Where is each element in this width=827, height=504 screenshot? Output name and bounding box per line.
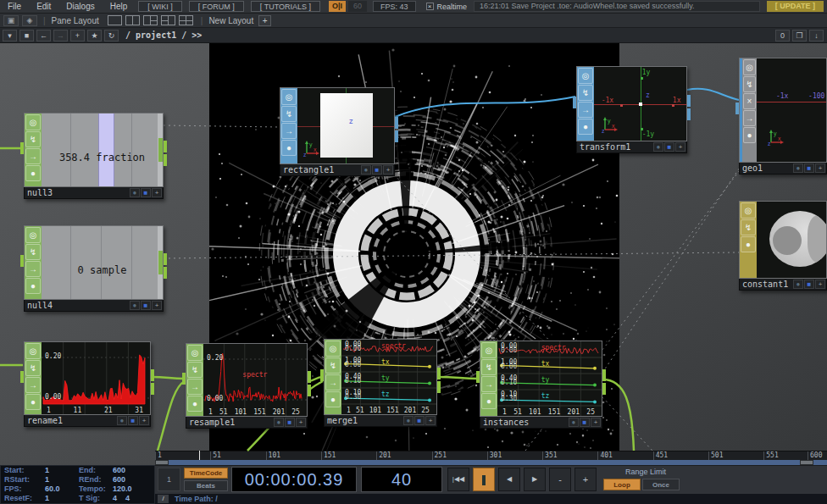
setting-value[interactable]: 1 [45,475,49,484]
display-square-icon[interactable]: ■ [372,165,382,174]
lock-flag-icon[interactable]: → [187,379,203,395]
setting-value[interactable]: 1 [45,466,49,474]
pane-maximize-icon[interactable]: ▣ [3,15,19,26]
time-path-slash-button[interactable]: / [158,495,169,503]
node-name[interactable]: geo1 [740,163,793,173]
frame-unit-box[interactable]: 1 [158,468,180,491]
node-instances[interactable]: ◎↯→●spectr0.000.00tx1.000.00ty0.400.10tz… [480,341,602,429]
render-flag-icon[interactable]: ● [578,119,593,135]
display-square-icon[interactable]: ■ [804,163,814,173]
expand-plus-icon[interactable]: + [425,416,436,425]
display-square-icon[interactable]: ■ [804,280,814,289]
back-icon[interactable]: ← [36,30,51,42]
expand-plus-icon[interactable]: + [815,163,825,173]
node-constant1[interactable]: ◎↯●constant1●■+ [739,201,827,291]
node-name[interactable]: merge1 [325,416,403,425]
lock-flag-icon[interactable]: → [25,377,41,393]
forum-button[interactable]: [ FORUM ] [189,1,244,12]
viewer-flag-icon[interactable]: ◎ [187,345,203,361]
viewer-dot-icon[interactable]: ● [569,418,579,427]
output-connector[interactable] [164,267,167,279]
bypass-flag-icon[interactable]: ↯ [25,360,41,376]
bypass-flag-icon[interactable]: ↯ [743,76,756,92]
pane-type-dropdown[interactable]: ▾ [3,30,17,42]
output-connector[interactable] [151,383,154,395]
render-flag-icon[interactable]: ● [281,140,297,156]
expand-plus-icon[interactable]: + [139,416,149,425]
timecode-toggle[interactable]: TimeCode [184,468,228,479]
render-flag-icon[interactable]: → [743,110,756,126]
node-geo1[interactable]: ◎↯×→●-1x-100yxzgeo1●■+ [739,58,827,174]
input-connector[interactable] [182,373,186,385]
output-connector[interactable] [602,383,606,395]
step-back-button[interactable]: ◀ [498,468,520,491]
setting-value[interactable]: 60.0 [45,485,60,493]
viewer-dot-icon[interactable]: ● [274,418,284,427]
bypass-flag-icon[interactable]: ↯ [325,357,341,374]
bypass-flag-icon[interactable]: ↯ [481,359,497,375]
output-connector[interactable] [164,154,167,166]
node-viewer[interactable]: 0 sample [42,226,163,299]
bypass-flag-icon[interactable]: ↯ [578,85,593,101]
stop-icon[interactable]: ■ [19,30,34,42]
output-connector[interactable] [164,253,167,265]
render-flag-icon[interactable]: ● [25,165,41,181]
render-flag-icon[interactable]: ● [187,396,203,412]
lock-flag-icon[interactable]: → [481,376,497,392]
expand-plus-icon[interactable]: + [152,301,162,310]
star-icon[interactable]: ★ [87,30,102,42]
oi-toggle[interactable]: O|I [329,1,346,12]
output-connector[interactable] [395,117,398,129]
play-forward-button[interactable]: ▶ [524,468,546,491]
render-flag-icon[interactable]: ● [25,278,41,294]
render-flag-icon[interactable]: ● [25,394,41,410]
expand-plus-icon[interactable]: + [815,280,825,289]
layout-preset-grid[interactable] [179,15,193,25]
layout-preset-vsplit-right[interactable] [143,15,158,25]
frame-minus-button[interactable]: - [549,468,571,491]
setting-value[interactable]: 600 [113,475,125,484]
node-merge1[interactable]: ◎↯→●spectr0.000.00tx1.000.00ty0.400.10tz… [324,339,437,427]
viewer-dot-icon[interactable]: ● [653,142,663,152]
comment-flag-icon[interactable]: ● [743,127,756,143]
output-connector[interactable] [437,368,441,379]
beats-toggle[interactable]: Beats [184,480,228,491]
viewer-flag-icon[interactable]: ◎ [743,59,756,75]
expand-plus-icon[interactable]: + [383,165,393,174]
collapse-icon[interactable]: ↓ [809,30,824,42]
new-layout-add-button[interactable]: + [258,15,271,26]
display-square-icon[interactable]: ■ [664,142,674,152]
viewer-dot-icon[interactable]: ● [130,188,140,197]
render-flag-icon[interactable]: ● [325,391,341,407]
output-connector[interactable] [308,385,311,396]
output-connector[interactable] [151,369,154,381]
add-bookmark-icon[interactable]: + [70,30,85,42]
viewer-dot-icon[interactable]: ● [361,165,371,174]
bypass-flag-icon[interactable]: ↯ [25,131,41,147]
viewer-flag-icon[interactable]: ◎ [325,341,341,357]
output-connector[interactable] [395,130,398,142]
display-square-icon[interactable]: ■ [580,418,590,427]
viewer-flag-icon[interactable]: ◎ [741,202,756,219]
expand-plus-icon[interactable]: + [591,418,601,427]
node-null3[interactable]: ◎↯→●358.4 fractionnull3●■+ [24,113,164,199]
output-connector[interactable] [687,108,691,120]
setting-value[interactable]: 120.0 [113,485,132,493]
layout-preset-single[interactable] [108,15,122,25]
home-icon[interactable]: ↻ [104,30,119,42]
output-connector[interactable] [687,95,691,107]
frame-plus-button[interactable]: + [574,468,597,491]
node-name[interactable]: rename1 [25,416,117,425]
input-connector[interactable] [320,369,324,381]
node-viewer[interactable] [757,202,826,278]
jump-to-start-button[interactable]: |◀◀ [447,468,469,491]
node-name[interactable]: null3 [25,188,130,197]
viewer-flag-icon[interactable]: ◎ [578,68,593,84]
node-name[interactable]: instances [480,418,569,427]
update-button[interactable]: [ UPDATE ] [767,1,824,12]
viewer-flag-icon[interactable]: ◎ [25,114,41,130]
input-connector[interactable] [476,371,480,383]
node-viewer[interactable]: 0.200.00spectr15110115120125 [203,344,307,416]
node-viewer[interactable]: 1y-1y-1x1xzyxz [594,67,686,141]
node-name[interactable]: constant1 [740,280,793,289]
